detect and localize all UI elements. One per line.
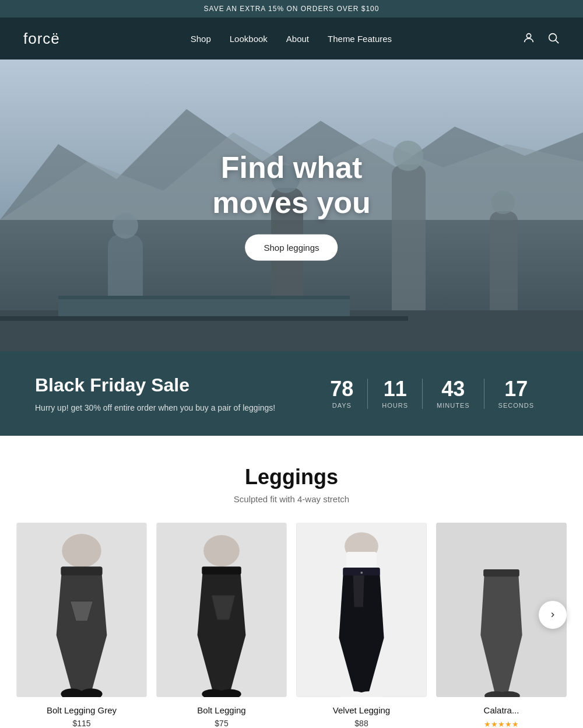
products-carousel: Bolt Legging Grey $115 ★★★★★ 35 bbox=[12, 523, 571, 728]
account-icon[interactable] bbox=[522, 32, 535, 46]
announcement-bar: SAVE AN EXTRA 15% ON ORDERS OVER $100 bbox=[0, 0, 583, 18]
products-section: Leggings Sculpted fit with 4-way stretch bbox=[0, 436, 583, 728]
svg-point-27 bbox=[203, 535, 240, 566]
nav-lookbook[interactable]: Lookbook bbox=[230, 34, 268, 44]
product-rating-4: ★★★★★ bbox=[436, 719, 567, 728]
product-card-3[interactable]: ■ Velvet Legging $88 ★★★★★ 35 bbox=[292, 523, 431, 728]
product-image-2 bbox=[156, 523, 287, 697]
hero-section: Find what moves you Shop leggings bbox=[0, 60, 583, 351]
svg-point-1 bbox=[549, 33, 557, 41]
svg-point-7 bbox=[113, 213, 138, 239]
svg-point-16 bbox=[491, 191, 515, 214]
countdown-timer: 78 DAYS 11 HOURS 43 MINUTES 17 SECONDS bbox=[316, 379, 548, 409]
product-name-2: Bolt Legging bbox=[156, 705, 287, 715]
carousel-next-button[interactable] bbox=[539, 601, 567, 629]
svg-point-0 bbox=[526, 33, 531, 37]
product-price-3: $88 bbox=[296, 719, 427, 728]
sale-title: Black Friday Sale bbox=[35, 374, 275, 396]
platform-svg bbox=[0, 264, 583, 351]
sale-subtitle: Hurry up! get 30% off entire order when … bbox=[35, 403, 275, 412]
svg-rect-25 bbox=[61, 566, 102, 575]
svg-rect-18 bbox=[0, 316, 408, 321]
svg-point-22 bbox=[62, 534, 101, 568]
product-name-3: Velvet Legging bbox=[296, 705, 427, 715]
announcement-text: SAVE AN EXTRA 15% ON ORDERS OVER $100 bbox=[204, 5, 380, 13]
svg-text:■: ■ bbox=[360, 570, 363, 575]
shop-leggings-button[interactable]: Shop leggings bbox=[245, 234, 338, 260]
legging-img-1 bbox=[16, 523, 147, 697]
product-image-1 bbox=[16, 523, 147, 697]
countdown-left: Black Friday Sale Hurry up! get 30% off … bbox=[35, 374, 275, 412]
countdown-hours: 11 HOURS bbox=[368, 379, 423, 409]
svg-rect-20 bbox=[58, 296, 350, 299]
products-title: Leggings bbox=[12, 465, 571, 489]
product-card-2[interactable]: Bolt Legging $75 ★★★★★ 35 bbox=[152, 523, 292, 728]
svg-rect-34 bbox=[202, 566, 241, 574]
countdown-days: 78 DAYS bbox=[316, 379, 368, 409]
nav-shop[interactable]: Shop bbox=[191, 34, 211, 44]
countdown-minutes: 43 MINUTES bbox=[423, 379, 484, 409]
search-icon[interactable] bbox=[547, 32, 560, 46]
countdown-seconds: 17 SECONDS bbox=[484, 379, 548, 409]
logo[interactable]: forcë bbox=[23, 30, 60, 48]
svg-line-2 bbox=[556, 40, 559, 43]
svg-point-13 bbox=[393, 141, 423, 171]
product-name-1: Bolt Legging Grey bbox=[16, 705, 147, 715]
product-image-3: ■ bbox=[296, 523, 427, 697]
legging-img-3: ■ bbox=[296, 523, 427, 697]
nav-theme-features[interactable]: Theme Features bbox=[328, 34, 392, 44]
hero-content: Find what moves you Shop leggings bbox=[212, 150, 371, 261]
product-name-4: Calatra... bbox=[436, 705, 567, 715]
products-header: Leggings Sculpted fit with 4-way stretch bbox=[12, 465, 571, 504]
products-subtitle: Sculpted fit with 4-way stretch bbox=[12, 494, 571, 504]
product-price-2: $75 bbox=[156, 719, 287, 728]
header-icons bbox=[522, 32, 560, 46]
svg-rect-37 bbox=[346, 552, 377, 569]
main-nav: Shop Lookbook About Theme Features bbox=[191, 34, 392, 44]
product-card-1[interactable]: Bolt Legging Grey $115 ★★★★★ 35 bbox=[12, 523, 152, 728]
stars-4: ★★★★★ bbox=[484, 720, 519, 728]
countdown-section: Black Friday Sale Hurry up! get 30% off … bbox=[0, 351, 583, 436]
nav-about[interactable]: About bbox=[286, 34, 309, 44]
product-price-1: $115 bbox=[16, 719, 147, 728]
svg-rect-45 bbox=[483, 569, 519, 577]
legging-img-2 bbox=[156, 523, 287, 697]
header: forcë Shop Lookbook About Theme Features bbox=[0, 18, 583, 60]
hero-title: Find what moves you bbox=[212, 150, 371, 220]
